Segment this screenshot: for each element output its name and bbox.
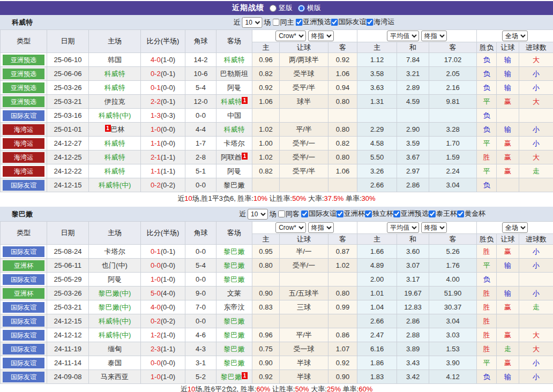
team-name: 伊拉克 (104, 97, 125, 105)
team-name: 科威特(中) (99, 317, 131, 325)
col-odds-home: 主 (252, 234, 280, 245)
same-venue-checkbox[interactable] (273, 19, 280, 26)
final-index-select-2[interactable]: 终指 (421, 31, 447, 41)
handicap-cell: 三球 (280, 300, 328, 314)
competition-filter[interactable]: 国际友谊 (331, 17, 367, 27)
competition-filter[interactable]: 海湾运 (367, 17, 395, 27)
competition-checkbox[interactable] (365, 210, 372, 217)
competition-checkbox[interactable] (429, 210, 436, 217)
corner-cell: 5-4 (185, 259, 216, 273)
handicap-result-cell: 赢 (497, 245, 519, 259)
competition-checkbox[interactable] (301, 210, 308, 217)
horizontal-radio[interactable] (298, 5, 305, 12)
goals-result-cell: 大 (519, 328, 553, 342)
handicap-cell: 球半 (280, 95, 328, 109)
goals-result-cell: 大 (519, 53, 553, 67)
same-venue-label: 同主 (280, 18, 294, 27)
competition-checkbox[interactable] (457, 210, 464, 217)
bookmaker-select[interactable]: Crow* (275, 222, 306, 233)
away-team-cell: 黎巴嫩 (216, 259, 252, 273)
handicap-cell (280, 178, 328, 192)
bookmaker-select[interactable]: Crow* (275, 31, 306, 41)
goals-result-cell: 小 (519, 370, 553, 384)
layout-radio-vertical[interactable]: 竖版 (270, 3, 293, 13)
average-select[interactable]: 平均值 (387, 222, 419, 233)
vertical-radio[interactable] (270, 5, 276, 12)
col-avg-draw: 和 (397, 42, 429, 53)
avg-home-cell: 5.50 (357, 150, 397, 164)
result-cell: 平 (477, 137, 497, 150)
full-match-select[interactable]: 全场 (502, 222, 528, 233)
same-venue-filter[interactable]: 同主 (273, 18, 294, 27)
competition-filter[interactable]: 黄金杯 (457, 209, 485, 218)
competition-badge: 海湾运 (3, 124, 44, 135)
away-odds-cell: 1.06 (328, 164, 357, 178)
result-cell: 负 (477, 109, 497, 123)
team-name: 科威特 (224, 125, 245, 133)
match-row: 亚洲预选25-03-21伊拉克2-2(0-1)12-0科威特11.06球半0.8… (1, 95, 553, 109)
games-label: 场 (264, 18, 271, 27)
competition-filter[interactable]: 亚洲杯 (337, 209, 365, 218)
team-name: 黎巴嫩 (224, 181, 245, 189)
competition-filter[interactable]: 亚洲预选 (393, 209, 429, 218)
final-index-select[interactable]: 终指 (308, 222, 334, 233)
handicap-cell: 平/半 (280, 328, 328, 342)
competition-badge: 国际友谊 (3, 358, 44, 368)
match-row: 海湾运24-12-27科威特1-1(0-0)1-7卡塔尔1.00受半/一0.82… (1, 137, 553, 150)
competition-checkbox[interactable] (331, 19, 338, 26)
away-team-cell: 黎巴嫩 (216, 245, 252, 259)
goals-result-cell: 小 (519, 123, 553, 137)
home-odds-cell: 0.92 (252, 81, 280, 95)
date-cell: 25-06-11 (47, 259, 89, 273)
score-cell: 4-0(0-0) (141, 300, 185, 314)
match-row: 海湾运24-12-22科威特1-1(1-1)5-1阿曼0.82受平/半1.063… (1, 164, 553, 178)
full-match-select[interactable]: 全场 (502, 31, 528, 41)
competition-filter[interactable]: 亚洲预选 (296, 17, 331, 27)
team-name: 卡塔尔 (224, 139, 245, 147)
handicap-result-cell: 赢 (497, 300, 519, 314)
layout-radio-horizontal[interactable]: 横版 (298, 3, 321, 13)
competition-checkbox[interactable] (296, 19, 303, 26)
avg-home-cell: 3.63 (357, 81, 397, 95)
score-cell: 1-0(1-0) (141, 370, 185, 384)
competition-filters: 国际友谊亚洲杯独立杯亚洲预选泰王杯黄金杯 (301, 209, 485, 219)
games-count-select[interactable]: 10 (242, 17, 263, 28)
score-cell: 2-2(0-1) (141, 95, 185, 109)
near-label: 近 (234, 18, 241, 27)
handicap-cell: 半/一 (280, 245, 328, 259)
red-card-badge: 1 (242, 153, 248, 160)
competition-filter[interactable]: 泰王杯 (429, 209, 457, 218)
games-count-select[interactable]: 10 (248, 209, 268, 220)
avg-away-cell (429, 109, 477, 123)
col-handicap-result: 让球 (497, 42, 519, 53)
page-title: 近期战绩 (232, 3, 264, 13)
date-cell: 24-11-14 (47, 356, 89, 370)
competition-checkbox[interactable] (367, 19, 373, 26)
away-team-cell: 科威特 (216, 123, 252, 137)
average-select[interactable]: 平均值 (387, 31, 419, 41)
same-venue-checkbox[interactable] (278, 210, 285, 217)
home-team-cell: 伊拉克 (89, 95, 141, 109)
competition-checkbox[interactable] (393, 210, 400, 217)
home-odds-cell: 0.82 (252, 67, 280, 81)
score-cell: 0-0(0-0) (141, 259, 185, 273)
type-cell: 海湾运 (1, 150, 47, 164)
avg-draw-cell: 3.59 (397, 137, 429, 150)
red-card-badge: 1 (242, 372, 248, 379)
competition-badge: 亚洲杯 (3, 260, 44, 271)
final-index-select[interactable]: 终指 (308, 31, 334, 41)
horizontal-radio-label: 横版 (307, 3, 321, 13)
final-index-select-2[interactable]: 终指 (421, 222, 447, 233)
odds-select-group: Crow* 终指 (252, 222, 357, 234)
goals-result-cell (519, 314, 553, 328)
same-venue-filter[interactable]: 同客 (278, 209, 300, 219)
scope-select-group: 全场 (477, 222, 553, 234)
competition-badge: 海湾运 (3, 152, 44, 163)
avg-draw-cell: 2.86 (397, 314, 429, 328)
col-odds-away: 客 (328, 42, 357, 53)
competition-filter[interactable]: 独立杯 (365, 209, 393, 218)
competition-checkbox[interactable] (337, 210, 343, 217)
competition-filter[interactable]: 国际友谊 (301, 209, 337, 218)
competition-label: 国际友谊 (309, 209, 337, 218)
result-cell: 负 (477, 123, 497, 137)
